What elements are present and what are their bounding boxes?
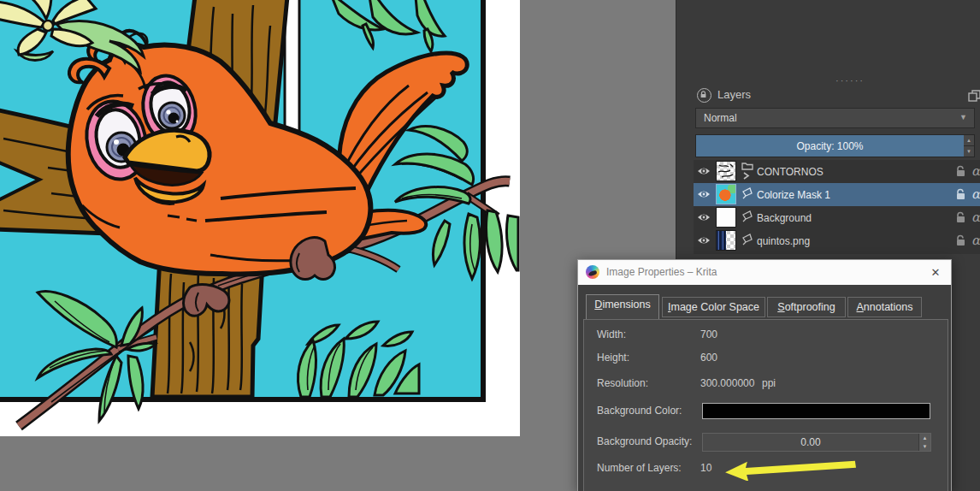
tab-image-color-space[interactable]: Image Color Space (662, 297, 765, 317)
background-opacity-label: Background Opacity: (597, 435, 692, 447)
layer-type-icon[interactable] (741, 231, 753, 250)
layer-name: quintos.png (757, 235, 810, 247)
dialog-titlebar[interactable]: Image Properties – Krita ✕ (578, 260, 951, 285)
resolution-label: Resolution: (597, 377, 648, 389)
lock-icon[interactable] (955, 188, 966, 201)
layer-thumbnail[interactable] (716, 230, 736, 251)
tab-dimensions[interactable]: Dimensions (586, 294, 659, 319)
tab-annotations[interactable]: Annotations (847, 297, 922, 317)
docker-drag-handle[interactable]: ······ (835, 75, 865, 86)
blend-mode-dropdown[interactable]: Normal ▼ (695, 108, 975, 128)
resolution-unit: ppi (762, 377, 776, 389)
width-label: Width: (597, 328, 626, 340)
chevron-down-icon: ▼ (959, 113, 967, 121)
layers-docker-header: Layers (676, 87, 980, 104)
opacity-slider[interactable]: Opacity: 100% ▲ ▼ (695, 134, 975, 157)
image-properties-dialog: Image Properties – Krita ✕ Dimensions Im… (577, 259, 952, 491)
float-docker-icon[interactable] (968, 90, 980, 103)
docker-lock-icon[interactable] (697, 88, 711, 103)
group-layer-icon[interactable] (741, 162, 753, 180)
docker-title: Layers (717, 88, 751, 101)
layer-row-colorize-mask[interactable]: Colorize Mask 1 α (694, 183, 980, 206)
lock-icon[interactable] (955, 234, 966, 247)
background-color-label: Background Color: (597, 405, 682, 417)
opacity-spin-up[interactable]: ▲ (964, 135, 974, 146)
layer-thumbnail[interactable] (716, 161, 736, 181)
visibility-eye-icon[interactable] (697, 234, 711, 246)
krita-window: ······ Layers Normal ▼ Opacity: 100% ▲ ▼ (0, 0, 980, 491)
number-of-layers-label: Number of Layers: (597, 462, 682, 474)
layer-thumbnail[interactable] (716, 207, 736, 228)
visibility-eye-icon[interactable] (697, 188, 711, 200)
alpha-lock-icon[interactable]: α (971, 233, 980, 248)
alpha-lock-icon[interactable]: α (971, 210, 980, 225)
colorize-mask-icon[interactable] (741, 185, 753, 204)
opacity-slider-label: Opacity: 100% (696, 140, 964, 152)
annotation-arrow (722, 457, 860, 481)
height-value: 600 (700, 352, 717, 364)
alpha-lock-icon[interactable]: α (971, 186, 980, 202)
canvas-viewport[interactable] (0, 0, 520, 436)
layer-row-quintos[interactable]: quintos.png α (694, 229, 980, 252)
lock-icon[interactable] (955, 165, 966, 178)
height-label: Height: (597, 352, 629, 364)
visibility-eye-icon[interactable] (697, 165, 711, 177)
layer-type-icon[interactable] (741, 208, 753, 227)
spin-down-icon[interactable]: ▼ (919, 442, 930, 451)
background-color-swatch[interactable] (702, 403, 930, 419)
layer-name: Colorize Mask 1 (757, 189, 830, 201)
blend-mode-value: Normal (704, 112, 737, 124)
krita-logo-icon (586, 265, 599, 279)
layer-row-background[interactable]: Background α (694, 206, 980, 229)
width-value: 700 (700, 328, 717, 340)
dialog-title: Image Properties – Krita (606, 266, 717, 278)
layer-list: CONTORNOS α Colorize Mask 1 α (694, 160, 980, 254)
background-opacity-spinbox[interactable]: 0.00 ▲ ▼ (702, 433, 931, 452)
layer-name: Background (757, 212, 812, 224)
resolution-value: 300.000000 (700, 377, 754, 389)
visibility-eye-icon[interactable] (697, 211, 711, 223)
layer-row-contornos[interactable]: CONTORNOS α (694, 160, 980, 183)
tab-softproofing[interactable]: Softproofing (767, 297, 846, 317)
close-icon[interactable]: ✕ (927, 264, 944, 281)
alpha-lock-icon[interactable]: α (971, 163, 980, 179)
background-opacity-value: 0.00 (703, 436, 918, 448)
opacity-spinner: ▲ ▼ (964, 135, 974, 157)
lock-icon[interactable] (955, 211, 966, 224)
number-of-layers-value: 10 (700, 462, 711, 474)
bird-artwork (0, 0, 520, 436)
layer-thumbnail[interactable] (716, 184, 736, 204)
layer-name: CONTORNOS (757, 166, 824, 178)
spinbox-buttons: ▲ ▼ (918, 434, 930, 451)
opacity-spin-down[interactable]: ▼ (964, 146, 974, 157)
